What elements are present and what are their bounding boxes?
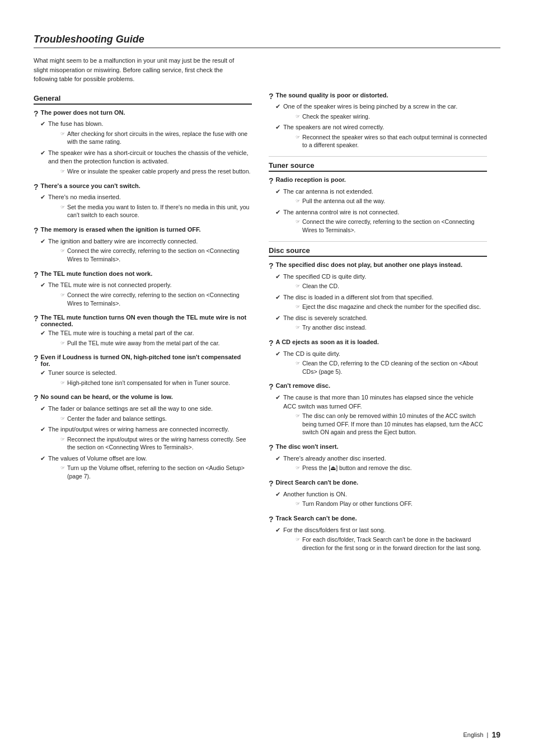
problem-q-text: The TEL mute function turns ON even thou… (41, 314, 252, 327)
problem-power-q-text: The power does not turn ON. (41, 109, 125, 116)
solution-list: ☞ Reconnect the input/output wires or th… (48, 435, 252, 452)
check-mark: ✔ (275, 454, 280, 463)
problem-q-text: Even if Loudness is turned ON, high-pitc… (41, 354, 252, 367)
problem-tel-mute: ? The TEL mute function does not work. ✔… (34, 270, 252, 309)
q-mark-power: ? (34, 109, 39, 119)
cause-text: The disc is loaded in a different slot f… (283, 294, 433, 300)
solution-item: ☞ Connect the wire correctly, referring … (60, 247, 252, 263)
problem-track-search: ? Track Search can't be done. ✔ For the … (269, 515, 487, 553)
cause-text: The CD is quite dirty. (283, 350, 340, 357)
solution-item: ☞ Wire or insulate the speaker cable pro… (60, 167, 252, 176)
solution-item: ☞ Set the media you want to listen to. I… (60, 203, 252, 219)
divider (269, 156, 487, 157)
cause-item: ✔ For the discs/folders first or last so… (275, 526, 487, 553)
sol-text: Pull the antenna out all the way. (302, 197, 385, 205)
sol-arrow: ☞ (60, 292, 65, 299)
check-mark: ✔ (40, 425, 45, 434)
cause-list: ✔ The cause is that more than 10 minutes… (269, 393, 487, 438)
cause-item: ✔ The fader or balance settings are set … (40, 405, 252, 424)
q-mark: ? (34, 182, 39, 192)
cause-list: ✔ Tuner source is selected. ☞ High-pitch… (34, 369, 252, 388)
solution-list: ☞ Connect the wire correctly, referring … (48, 247, 252, 263)
solution-item: ☞ Reconnect the speaker wires so that ea… (296, 133, 487, 149)
problem-q-text: The sound quality is poor or distorted. (276, 92, 388, 98)
solution-item: ☞ For each disc/folder, Track Search can… (296, 536, 487, 552)
problem-sound-quality: ? The sound quality is poor or distorted… (269, 92, 487, 151)
sol-text: Set the media you want to listen to. If … (67, 203, 252, 219)
cause-text-wrapper: The speaker wire has a short-circuit or … (48, 149, 252, 176)
cause-text: The specified CD is quite dirty. (283, 273, 366, 280)
cause-list: ✔ There's no media inserted. ☞ Set the m… (34, 193, 252, 220)
check-mark: ✔ (275, 293, 280, 302)
problem-q-text: Track Search can't be done. (276, 515, 357, 522)
check-mark: ✔ (40, 405, 45, 413)
problem-disc-insert-q: ? The disc won't insert. (269, 443, 487, 453)
cause-text: The ignition and battery wire are incorr… (48, 238, 198, 245)
problem-source-switch: ? There's a source you can't switch. ✔ T… (34, 182, 252, 221)
sol-text: Turn Random Play or other functions OFF. (302, 500, 413, 508)
sol-arrow: ☞ (296, 324, 300, 331)
divider (269, 241, 487, 242)
solution-item: ☞ Turn Random Play or other functions OF… (296, 500, 413, 508)
q-mark: ? (34, 314, 39, 323)
problem-direct-search: ? Direct Search can't be done. ✔ Another… (269, 479, 487, 509)
sol-arrow: ☞ (60, 379, 65, 387)
cause-text-wrapper: The antenna control wire is not connecte… (283, 208, 487, 236)
cause-text-wrapper: The CD is quite dirty. ☞ Clean the CD, r… (283, 350, 487, 377)
sol-arrow: ☞ (296, 198, 300, 205)
solution-item: ☞ Eject the disc magazine and check the … (296, 303, 481, 311)
sol-text: Pull the TEL mute wire away from the met… (67, 339, 220, 348)
cause-text: The fuse has blown. (48, 120, 103, 127)
sol-text: Wire or insulate the speaker cable prope… (67, 167, 250, 176)
right-column: ? The sound quality is poor or distorted… (269, 92, 487, 559)
cause-text-wrapper: For the discs/folders first or last song… (283, 526, 487, 553)
sol-arrow: ☞ (296, 412, 300, 420)
problem-q-text: Direct Search can't be done. (276, 479, 359, 486)
sol-arrow: ☞ (60, 415, 65, 422)
page: Troubleshooting Guide What might seem to… (0, 0, 534, 756)
cause-item: ✔ The speakers are not wired correctly. … (275, 123, 487, 151)
cause-text: The speakers are not wired correctly. (283, 124, 384, 130)
problem-cant-remove-q: ? Can't remove disc. (269, 382, 487, 392)
solution-list: ☞ Turn up the Volume offset, referring t… (48, 464, 252, 480)
cause-text: Another function is ON. (283, 491, 347, 497)
solution-list: ☞ Turn Random Play or other functions OF… (283, 500, 413, 508)
cause-text: The values of Volume offset are low. (48, 455, 147, 462)
cause-text-wrapper: The speakers are not wired correctly. ☞ … (283, 123, 487, 151)
cause-text-wrapper: The fader or balance settings are set al… (48, 405, 213, 424)
problem-memory-q: ? The memory is erased when the ignition… (34, 226, 252, 236)
q-mark: ? (269, 382, 274, 392)
cause-text-wrapper: Another function is ON. ☞ Turn Random Pl… (283, 490, 413, 509)
problem-radio-q: ? Radio reception is poor. (269, 176, 487, 186)
page-title: Troubleshooting Guide (34, 34, 500, 48)
cause-item: ✔ One of the speaker wires is being pinc… (275, 102, 487, 121)
sol-arrow: ☞ (60, 436, 65, 443)
cause-list: ✔ The ignition and battery wire are inco… (34, 237, 252, 265)
sol-text: High-pitched tone isn't compensated for … (67, 379, 230, 387)
solution-list: ☞ High-pitched tone isn't compensated fo… (48, 379, 230, 387)
sol-arrow: ☞ (296, 536, 300, 543)
sol-text: Turn up the Volume offset, referring to … (67, 464, 252, 480)
cause-item: ✔ The antenna control wire is not connec… (275, 208, 487, 236)
solution-item: ☞ Try another disc instead. (296, 323, 367, 332)
sol-arrow: ☞ (296, 360, 300, 367)
cause-list: ✔ There's already another disc inserted.… (269, 454, 487, 473)
cause-text: There's already another disc inserted. (283, 455, 386, 462)
sol-text: Center the fader and balance settings. (67, 415, 167, 423)
q-mark: ? (269, 261, 274, 271)
solution-list: ☞ Wire or insulate the speaker cable pro… (48, 167, 252, 176)
check-mark: ✔ (40, 454, 45, 463)
sol-text: Eject the disc magazine and check the nu… (302, 303, 481, 311)
section-tuner-title: Tuner source (269, 161, 487, 172)
cause-text: For the discs/folders first or last song… (283, 527, 386, 533)
cause-list-power: ✔ The fuse has blown. ☞ After checking f… (34, 120, 252, 176)
cause-list: ✔ The TEL mute wire is not connected pro… (34, 281, 252, 308)
check-mark: ✔ (40, 281, 45, 289)
cause-item: ✔ The disc is loaded in a different slot… (275, 293, 487, 312)
solution-list: ☞ For each disc/folder, Track Search can… (283, 536, 487, 552)
q-mark: ? (34, 393, 39, 403)
problem-loudness-q: ? Even if Loudness is turned ON, high-pi… (34, 354, 252, 367)
footer-language: English (463, 731, 483, 738)
solution-list: ☞ Pull the antenna out all the way. (283, 197, 385, 205)
cause-text-wrapper: The values of Volume offset are low. ☞ T… (48, 454, 252, 482)
